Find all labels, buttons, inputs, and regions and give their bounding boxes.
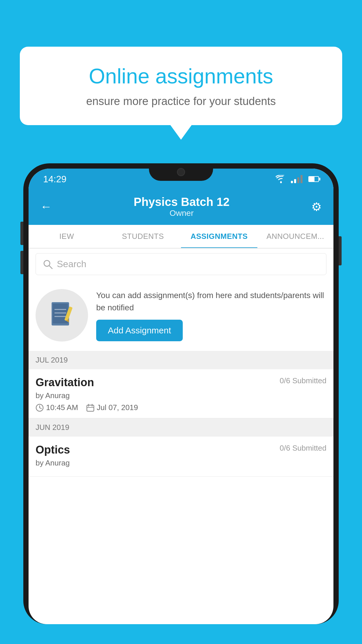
section-jul-label: JUL 2019	[36, 356, 68, 364]
search-bar: Search	[29, 249, 333, 280]
bubble-subtitle: ensure more practice for your students	[43, 95, 319, 108]
signal-icon	[291, 175, 303, 183]
tab-bar: IEW STUDENTS ASSIGNMENTS ANNOUNCEM...	[29, 225, 333, 249]
tab-announcements[interactable]: ANNOUNCEM...	[257, 225, 334, 248]
section-jul-2019: JUL 2019	[29, 351, 333, 369]
search-icon	[43, 259, 53, 269]
speech-bubble: Online assignments ensure more practice …	[20, 47, 342, 125]
tab-students[interactable]: STUDENTS	[105, 225, 181, 248]
settings-icon[interactable]: ⚙	[311, 200, 322, 214]
volume-button-up	[20, 222, 23, 245]
volume-button-down	[20, 251, 23, 274]
assignment-meta-gravitation: 10:45 AM Jul 07, 2019	[36, 403, 326, 412]
clock-icon	[36, 404, 44, 412]
info-text: You can add assignment(s) from here and …	[96, 289, 326, 341]
back-button[interactable]: ←	[40, 200, 52, 213]
tab-overview[interactable]: IEW	[29, 225, 105, 248]
info-section: You can add assignment(s) from here and …	[29, 280, 333, 351]
assignment-author-optics: by Anurag	[36, 459, 326, 468]
meta-date-gravitation: Jul 07, 2019	[86, 403, 138, 412]
assignment-icon-circle	[36, 289, 88, 342]
header-subtitle: Owner	[133, 209, 229, 218]
phone-frame: 14:29	[23, 163, 339, 644]
svg-line-2	[49, 266, 52, 269]
search-input-wrapper[interactable]: Search	[36, 253, 326, 275]
meta-time-gravitation: 10:45 AM	[36, 403, 78, 412]
power-button	[339, 236, 342, 265]
add-assignment-button[interactable]: Add Assignment	[96, 320, 183, 341]
search-placeholder: Search	[57, 259, 86, 270]
section-jun-label: JUN 2019	[36, 423, 69, 432]
phone-screen: 14:29	[29, 169, 333, 624]
header-title: Physics Batch 12	[133, 195, 229, 209]
assignment-item-optics[interactable]: Optics 0/6 Submitted by Anurag	[29, 437, 333, 477]
bubble-title: Online assignments	[43, 64, 319, 88]
header-center: Physics Batch 12 Owner	[133, 195, 229, 218]
assignment-item-gravitation[interactable]: Gravitation 0/6 Submitted by Anurag	[29, 369, 333, 418]
svg-rect-13	[87, 405, 94, 411]
assignment-name-gravitation: Gravitation	[36, 376, 94, 389]
svg-point-0	[280, 181, 282, 183]
section-jun-2019: JUN 2019	[29, 418, 333, 437]
battery-icon	[308, 176, 319, 182]
front-camera	[177, 168, 185, 176]
assignment-author-gravitation: by Anurag	[36, 391, 326, 400]
calendar-icon	[86, 404, 94, 412]
wifi-icon	[276, 175, 286, 183]
assignment-time-gravitation: 10:45 AM	[46, 403, 78, 412]
info-description: You can add assignment(s) from here and …	[96, 289, 326, 314]
submitted-badge-optics: 0/6 Submitted	[280, 444, 326, 453]
assignment-date-gravitation: Jul 07, 2019	[97, 403, 138, 412]
phone-notch	[149, 163, 213, 181]
assignment-name-optics: Optics	[36, 444, 70, 456]
status-icons	[276, 175, 319, 183]
status-time: 14:29	[43, 174, 66, 185]
notebook-icon	[49, 301, 75, 330]
tab-assignments[interactable]: ASSIGNMENTS	[181, 225, 257, 248]
submitted-badge-gravitation: 0/6 Submitted	[280, 376, 326, 385]
app-header: ← Physics Batch 12 Owner ⚙	[29, 190, 333, 225]
svg-line-12	[40, 408, 41, 409]
